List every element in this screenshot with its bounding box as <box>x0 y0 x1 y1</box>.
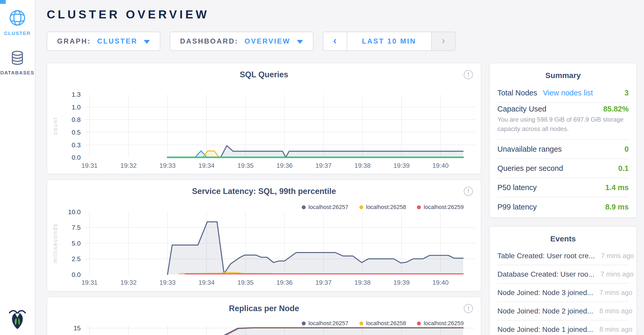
svg-text:0.8: 0.8 <box>72 116 81 123</box>
event-row[interactable]: Node Joined: Node 1 joined...8 mins ago <box>497 320 629 335</box>
svg-text:19:38: 19:38 <box>354 162 371 169</box>
legend-item: localhost:26259 <box>417 320 464 327</box>
event-time: 7 mins ago <box>595 252 634 260</box>
svg-text:19:36: 19:36 <box>276 279 293 286</box>
summary-panel: Summary Total NodesView nodes list3Capac… <box>489 63 637 218</box>
graph-dropdown[interactable]: GRAPH: CLUSTER <box>47 32 160 51</box>
legend-label: localhost:26259 <box>424 320 464 327</box>
legend-item: localhost:26259 <box>417 204 464 211</box>
legend-label: localhost:26259 <box>424 204 464 211</box>
info-icon[interactable]: ! <box>464 187 473 196</box>
events-list: Table Created: User root cre...7 mins ag… <box>490 247 636 335</box>
right-column: Summary Total NodesView nodes list3Capac… <box>489 63 637 335</box>
sidebar-item-databases[interactable]: DATABASES <box>0 50 35 76</box>
svg-text:19:40: 19:40 <box>432 162 449 169</box>
svg-text:19:38: 19:38 <box>354 279 371 286</box>
event-row[interactable]: Node Joined: Node 3 joined...7 mins ago <box>497 284 629 302</box>
sidebar: CLUSTER DATABASES <box>0 0 35 335</box>
event-text: Database Created: User roo... <box>497 270 594 278</box>
svg-text:19:33: 19:33 <box>159 162 176 169</box>
svg-text:0.0: 0.0 <box>72 154 81 161</box>
chart-title: Replicas per Node <box>47 304 481 313</box>
summary-title: Summary <box>490 63 636 83</box>
info-icon[interactable]: ! <box>464 70 473 79</box>
event-text: Node Joined: Node 2 joined... <box>497 307 593 315</box>
legend-item: localhost:26257 <box>302 320 348 327</box>
time-range-picker: ‹ LAST 10 MIN › <box>323 32 456 51</box>
chevron-down-icon <box>297 40 303 44</box>
time-range-label[interactable]: LAST 10 MIN <box>347 32 431 50</box>
svg-text:10: 10 <box>73 333 81 335</box>
legend-label: localhost:26257 <box>309 320 348 327</box>
svg-text:milliseconds: milliseconds <box>52 223 58 263</box>
chart-title: SQL Queries <box>47 70 481 79</box>
chart-canvas: 19:3119:3219:3319:3419:3519:3619:3719:38… <box>47 297 481 335</box>
chart-grid: 19:3119:3219:3319:3419:3519:3619:3719:38… <box>72 91 475 169</box>
svg-text:19:36: 19:36 <box>276 162 293 169</box>
summary-row-label: Total Nodes <box>497 89 537 97</box>
svg-text:19:37: 19:37 <box>316 162 332 169</box>
svg-text:1.3: 1.3 <box>72 91 81 98</box>
chart-series <box>168 146 463 158</box>
summary-row-value: 0.1 <box>618 164 629 173</box>
summary-row-value: 1.4 ms <box>605 183 629 192</box>
legend-dot-icon <box>417 205 421 209</box>
chart-card-replicas-per-node: Replicas per Node!localhost:26257localho… <box>47 297 481 335</box>
legend-label: localhost:26257 <box>309 204 348 211</box>
svg-text:0.3: 0.3 <box>72 141 81 149</box>
chart-card-sql-queries: SQL Queries!19:3119:3219:3319:3419:3519:… <box>47 63 481 174</box>
svg-text:10.0: 10.0 <box>68 208 81 215</box>
summary-row-label: Capacity Used <box>497 105 546 113</box>
event-row[interactable]: Table Created: User root cre...7 mins ag… <box>497 247 629 265</box>
svg-text:7.5: 7.5 <box>72 224 81 231</box>
chart-card-service-latency: Service Latency: SQL, 99th percentile!lo… <box>47 179 481 291</box>
event-row[interactable]: Database Created: User roo...7 mins ago <box>497 265 629 284</box>
summary-rows: Total NodesView nodes list3Capacity Used… <box>490 83 636 217</box>
legend-dot-icon <box>417 322 421 325</box>
database-icon <box>9 50 25 66</box>
cockroach-bug-icon <box>8 309 27 330</box>
main-content: CLUSTER OVERVIEW GRAPH: CLUSTER DASHBOAR… <box>35 0 644 335</box>
sidebar-item-label: CLUSTER <box>4 31 31 36</box>
time-prev-button[interactable]: ‹ <box>323 32 347 50</box>
svg-text:19:40: 19:40 <box>432 279 449 286</box>
event-row[interactable]: Node Joined: Node 2 joined...8 mins ago <box>497 302 629 320</box>
info-icon[interactable]: ! <box>464 304 473 313</box>
legend-dot-icon <box>359 322 363 325</box>
summary-row-value: 8.9 ms <box>605 203 629 211</box>
legend-dot-icon <box>302 205 306 209</box>
charts-column: SQL Queries!19:3119:3219:3319:3419:3519:… <box>47 63 481 335</box>
chart-canvas: 19:3119:3219:3319:3419:3519:3619:3719:38… <box>47 180 481 291</box>
chart-series <box>168 222 463 274</box>
dashboard-dropdown-label: DASHBOARD: <box>180 37 238 45</box>
dashboard-dropdown[interactable]: DASHBOARD: OVERVIEW <box>170 32 313 51</box>
content-columns: SQL Queries!19:3119:3219:3319:3419:3519:… <box>47 63 644 335</box>
summary-row: Total NodesView nodes list3 <box>497 83 629 103</box>
summary-row: P50 latency1.4 ms <box>497 178 629 197</box>
legend-item: localhost:26257 <box>302 204 348 211</box>
legend-dot-icon <box>302 322 306 325</box>
svg-text:19:32: 19:32 <box>120 162 137 169</box>
summary-row: Unavailable ranges0 <box>497 140 629 159</box>
event-text: Table Created: User root cre... <box>497 252 595 260</box>
legend-item: localhost:26258 <box>359 320 406 327</box>
chart-title: Service Latency: SQL, 99th percentile <box>47 187 481 196</box>
summary-row-value: 3 <box>625 89 629 97</box>
time-next-button[interactable]: › <box>431 32 455 50</box>
event-time: 7 mins ago <box>593 289 632 297</box>
screen-corner-artifact <box>0 0 6 4</box>
event-time: 7 mins ago <box>594 270 634 278</box>
event-time: 8 mins ago <box>593 325 632 333</box>
legend-label: localhost:26258 <box>366 320 406 327</box>
events-title: Events <box>490 227 636 247</box>
summary-row: P99 latency8.9 ms <box>497 197 629 217</box>
summary-row-label: Unavailable ranges <box>497 145 562 153</box>
svg-text:19:37: 19:37 <box>316 279 332 286</box>
svg-text:19:34: 19:34 <box>198 279 215 286</box>
svg-text:2.5: 2.5 <box>72 255 81 262</box>
sidebar-item-cluster[interactable]: CLUSTER <box>4 9 31 36</box>
event-text: Node Joined: Node 3 joined... <box>497 289 593 297</box>
svg-text:19:35: 19:35 <box>237 279 254 286</box>
chart-grid: 19:3119:3219:3319:3419:3519:3619:3719:38… <box>68 208 475 286</box>
nodes-list-link[interactable]: View nodes list <box>543 89 593 97</box>
